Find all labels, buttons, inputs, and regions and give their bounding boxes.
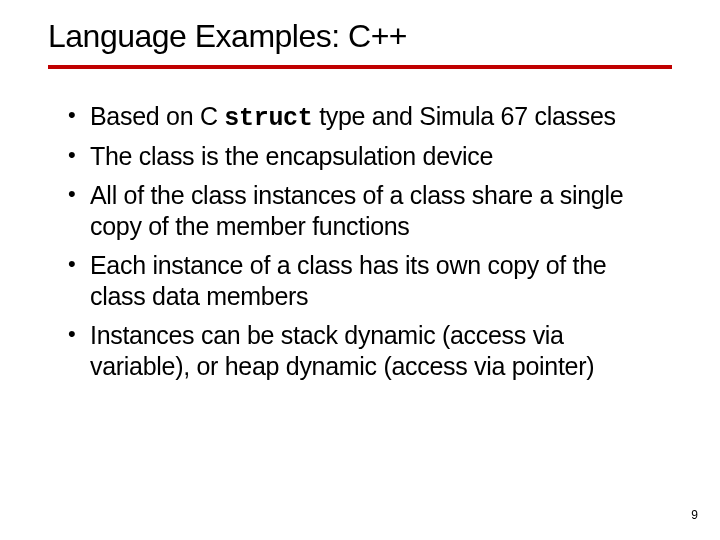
inline-code: struct xyxy=(224,104,312,133)
bullet-text-pre: Each instance of a class has its own cop… xyxy=(90,251,606,310)
bullet-text-pre: Based on C xyxy=(90,102,224,130)
title-underline xyxy=(48,65,672,69)
bullet-list: Based on C struct type and Simula 67 cla… xyxy=(48,101,672,384)
bullet-text-post: type and Simula 67 classes xyxy=(313,102,616,130)
bullet-text-pre: All of the class instances of a class sh… xyxy=(90,181,623,240)
page-number: 9 xyxy=(691,508,698,522)
list-item: The class is the encapsulation device xyxy=(68,141,668,175)
list-item: Each instance of a class has its own cop… xyxy=(68,250,668,314)
bullet-text-pre: Instances can be stack dynamic (access v… xyxy=(90,321,594,380)
page-title: Language Examples: C++ xyxy=(48,18,672,55)
list-item: Based on C struct type and Simula 67 cla… xyxy=(68,101,668,135)
list-item: All of the class instances of a class sh… xyxy=(68,180,668,244)
list-item: Instances can be stack dynamic (access v… xyxy=(68,320,668,384)
slide: Language Examples: C++ Based on C struct… xyxy=(0,0,720,540)
bullet-text-pre: The class is the encapsulation device xyxy=(90,142,493,170)
